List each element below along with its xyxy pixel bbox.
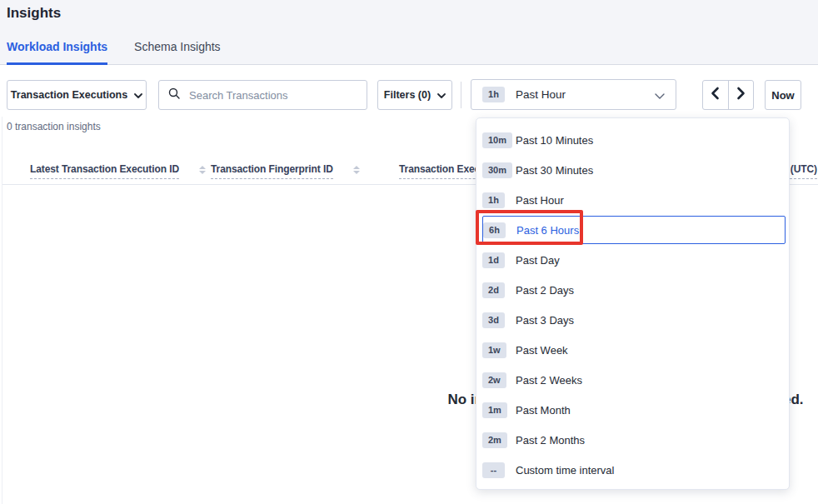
time-option-label: Past 3 Days <box>516 314 574 327</box>
tab-schema-insights[interactable]: Schema Insights <box>134 40 221 64</box>
time-option-label: Past Day <box>516 254 560 267</box>
time-option-badge: 30m <box>482 162 512 178</box>
time-option-past-2-months[interactable]: 2m Past 2 Months <box>482 426 786 454</box>
time-interval-badge: 1h <box>482 87 505 102</box>
time-option-past-week[interactable]: 1w Past Week <box>482 336 786 364</box>
column-header-latest-transaction-execution-id[interactable]: Latest Transaction Execution ID <box>30 163 206 179</box>
time-option-badge: 2w <box>482 372 506 388</box>
time-option-past-30-minutes[interactable]: 30m Past 30 Minutes <box>482 156 786 184</box>
time-option-badge: -- <box>482 462 505 478</box>
time-option-badge: 1m <box>482 402 507 418</box>
column-header-transaction-fingerprint-id[interactable]: Transaction Fingerprint ID <box>211 163 360 179</box>
now-button-label: Now <box>771 89 794 102</box>
time-option-label: Past 6 Hours <box>516 224 579 237</box>
page-header-band: Insights Workload Insights Schema Insigh… <box>0 0 818 65</box>
time-option-custom-interval[interactable]: -- Custom time interval <box>482 456 786 484</box>
tab-workload-insights-label: Workload Insights <box>7 40 107 53</box>
time-option-badge: 1h <box>482 192 505 208</box>
filters-button-label: Filters (0) <box>384 89 431 101</box>
chevron-right-icon <box>736 87 746 103</box>
page-title: Insights <box>7 5 61 22</box>
column-header-label: Transaction Fingerprint ID <box>211 163 333 179</box>
time-nav-group <box>702 80 754 110</box>
time-option-label: Past 10 Minutes <box>516 134 593 147</box>
tab-bar: Workload Insights Schema Insights <box>7 40 221 64</box>
time-option-label: Past 2 Weeks <box>516 374 582 387</box>
time-option-label: Past Week <box>516 344 568 357</box>
insights-count: 0 transaction insights <box>7 121 101 132</box>
tab-schema-insights-label: Schema Insights <box>134 40 221 53</box>
time-option-badge: 1d <box>482 252 505 268</box>
time-option-badge: 1w <box>482 342 506 358</box>
chevron-down-icon <box>134 89 142 101</box>
time-option-badge: 10m <box>482 132 512 148</box>
time-interval-picker[interactable]: 1h Past Hour <box>471 79 676 110</box>
time-option-past-2-weeks[interactable]: 2w Past 2 Weeks <box>482 366 786 394</box>
chevron-down-icon <box>655 87 665 102</box>
search-transactions-box <box>158 80 367 110</box>
time-option-label: Past Hour <box>516 194 564 207</box>
time-option-past-month[interactable]: 1m Past Month <box>482 396 786 424</box>
time-option-label: Past 30 Minutes <box>516 164 593 177</box>
time-option-badge: 2m <box>482 432 507 448</box>
time-option-past-10-minutes[interactable]: 10m Past 10 Minutes <box>482 126 786 154</box>
sort-icon <box>353 166 360 174</box>
transaction-type-label: Transaction Executions <box>11 89 127 101</box>
content-left-border <box>2 117 2 504</box>
time-option-badge: 3d <box>482 312 505 328</box>
transaction-type-selector[interactable]: Transaction Executions <box>7 80 147 110</box>
time-option-badge: 6h <box>483 222 506 238</box>
chevron-left-icon <box>711 87 720 103</box>
time-option-label: Past 2 Months <box>516 434 585 447</box>
column-header-label: Latest Transaction Execution ID <box>30 163 179 179</box>
search-icon <box>168 87 180 102</box>
time-option-past-hour[interactable]: 1h Past Hour <box>482 186 786 214</box>
time-option-past-day[interactable]: 1d Past Day <box>482 246 786 274</box>
chevron-down-icon <box>437 89 446 101</box>
search-transactions-input[interactable] <box>187 88 357 102</box>
time-option-past-3-days[interactable]: 3d Past 3 Days <box>482 306 786 334</box>
next-interval-button[interactable] <box>729 81 754 109</box>
toolbar-divider <box>461 82 461 108</box>
time-interval-dropdown: 10m Past 10 Minutes 30m Past 30 Minutes … <box>476 117 790 490</box>
filters-button[interactable]: Filters (0) <box>377 80 452 110</box>
sort-icon <box>199 166 206 174</box>
time-option-label: Custom time interval <box>516 464 614 477</box>
time-option-past-2-days[interactable]: 2d Past 2 Days <box>482 276 786 304</box>
time-option-past-6-hours[interactable]: 6h Past 6 Hours <box>482 216 786 244</box>
now-button[interactable]: Now <box>765 80 801 110</box>
time-option-label: Past 2 Days <box>516 284 574 297</box>
tab-workload-insights[interactable]: Workload Insights <box>7 40 107 64</box>
previous-interval-button[interactable] <box>703 81 729 109</box>
time-interval-label: Past Hour <box>516 88 644 101</box>
time-option-label: Past Month <box>516 404 571 417</box>
time-option-badge: 2d <box>482 282 505 298</box>
